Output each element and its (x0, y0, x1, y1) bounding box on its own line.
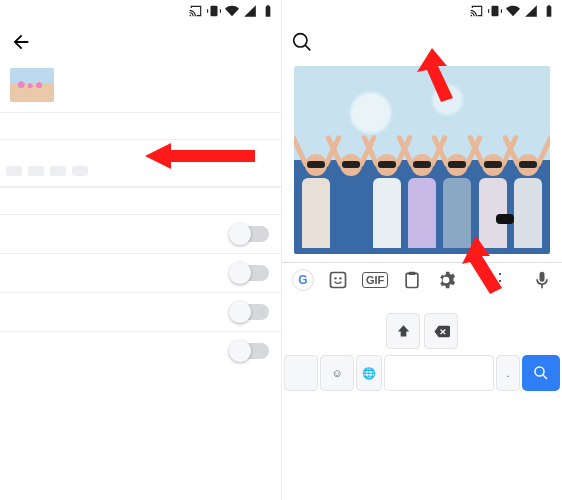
svg-point-8 (535, 367, 544, 376)
shift-key[interactable] (386, 313, 420, 349)
vibrate-icon (488, 4, 502, 18)
search-header (282, 22, 562, 62)
phone-tag-search: G GIF ⋮ ☺ 🌐 . (281, 0, 562, 500)
toggle[interactable] (231, 226, 269, 242)
status-bar (282, 0, 562, 22)
phone-new-post (0, 0, 281, 500)
svg-point-4 (334, 277, 336, 279)
location-chip[interactable] (6, 166, 22, 176)
emoji-key[interactable]: ☺ (320, 355, 354, 391)
mic-icon[interactable] (532, 270, 552, 290)
location-chip[interactable] (50, 166, 66, 176)
share-also-label (0, 187, 281, 214)
search-input[interactable] (322, 34, 552, 51)
share-okru[interactable] (0, 331, 281, 370)
cast-icon (189, 4, 203, 18)
location-suggestions (0, 166, 281, 187)
location-chip[interactable] (72, 166, 88, 176)
space-key[interactable] (384, 355, 494, 391)
tag-bubble (496, 214, 514, 224)
numbers-key[interactable] (284, 355, 318, 391)
sticker-icon[interactable] (328, 270, 348, 290)
search-icon (292, 32, 312, 52)
signal-icon (243, 4, 257, 18)
tag-photo[interactable] (294, 66, 550, 254)
toggle[interactable] (231, 304, 269, 320)
google-icon[interactable]: G (292, 269, 314, 291)
advanced-settings[interactable] (0, 370, 281, 394)
battery-icon (542, 4, 556, 18)
share-twitter[interactable] (0, 253, 281, 292)
cast-icon (470, 4, 484, 18)
wifi-icon (225, 4, 239, 18)
header (0, 22, 281, 62)
post-thumbnail[interactable] (10, 68, 54, 102)
clipboard-icon[interactable] (402, 270, 422, 290)
toggle[interactable] (231, 265, 269, 281)
period-key[interactable]: . (496, 355, 520, 391)
keyboard[interactable]: ☺ 🌐 . (282, 297, 562, 403)
wifi-icon (506, 4, 520, 18)
svg-point-5 (339, 277, 341, 279)
svg-rect-7 (409, 272, 416, 275)
keyboard-toolbar: G GIF ⋮ (282, 262, 562, 297)
tag-people-row[interactable] (0, 112, 281, 139)
backspace-key[interactable] (424, 313, 458, 349)
battery-icon (261, 4, 275, 18)
lang-key[interactable]: 🌐 (356, 355, 382, 391)
caption-input[interactable] (64, 77, 271, 93)
gif-icon[interactable]: GIF (362, 272, 388, 288)
toggle[interactable] (231, 343, 269, 359)
more-icon[interactable]: ⋮ (491, 269, 510, 291)
svg-rect-3 (331, 273, 346, 288)
location-chip[interactable] (28, 166, 44, 176)
share-tumblr[interactable] (0, 292, 281, 331)
status-bar (0, 0, 281, 22)
svg-rect-6 (407, 273, 419, 287)
search-key[interactable] (522, 355, 560, 391)
share-facebook[interactable] (0, 214, 281, 253)
signal-icon (524, 4, 538, 18)
gear-icon[interactable] (436, 270, 456, 290)
caption-row (0, 62, 281, 112)
vibrate-icon (207, 4, 221, 18)
add-location-row[interactable] (0, 139, 281, 166)
back-icon[interactable] (10, 31, 32, 53)
